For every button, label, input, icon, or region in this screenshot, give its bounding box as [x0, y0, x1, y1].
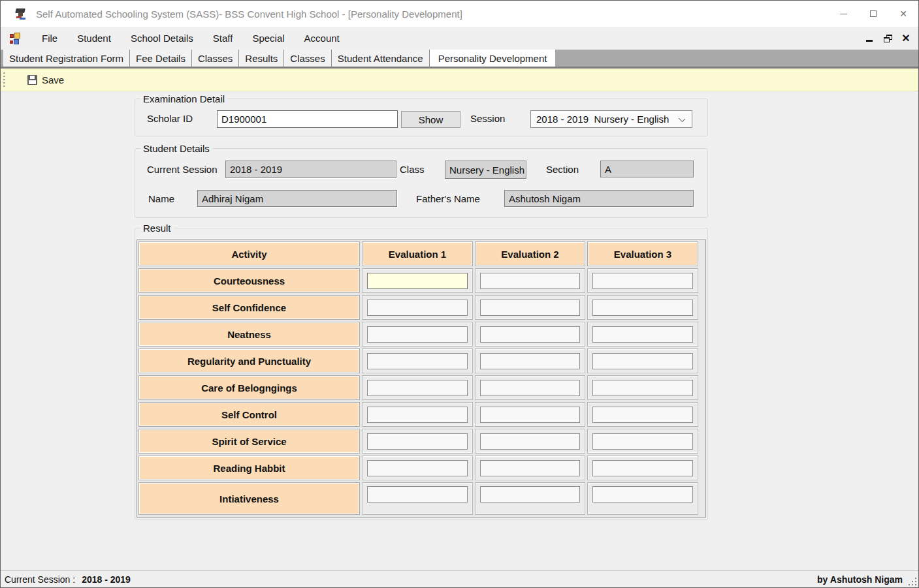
result-cell [362, 482, 473, 515]
father-name-label: Father's Name [416, 193, 480, 204]
result-cell [362, 402, 473, 427]
session-label: Session [470, 113, 505, 124]
name-label: Name [148, 193, 174, 204]
menu-items: FileStudentSchool DetailsStaffSpecialAcc… [32, 27, 349, 50]
save-button[interactable]: Save [24, 72, 68, 87]
result-cell [362, 348, 473, 373]
activity-cell-self-confidence: Self Confidence [138, 295, 360, 320]
result-cell [362, 456, 473, 480]
scholar-id-label: Scholar ID [147, 113, 193, 124]
evaluation-input-intiativeness-1[interactable] [367, 486, 468, 503]
result-header-evaluation-2: Evaluation 2 [475, 241, 585, 266]
result-cell [475, 322, 585, 347]
activity-cell-intiativeness: Intiativeness [138, 482, 360, 515]
result-cell [475, 456, 585, 480]
result-legend: Result [140, 223, 174, 234]
mdi-controls: ✕ [862, 27, 913, 50]
menu-item-staff[interactable]: Staff [203, 27, 243, 50]
session-dropdown[interactable]: 2018 - 2019 Nursery - English [530, 110, 692, 128]
result-cell [587, 402, 698, 427]
result-cell [362, 429, 473, 454]
tab-strip: Student Registration FormFee DetailsClas… [1, 50, 918, 69]
evaluation-input-care-of-belogngings-2[interactable] [480, 380, 580, 396]
section-field: A [600, 161, 694, 178]
show-button[interactable]: Show [401, 111, 460, 128]
menu-item-file[interactable]: File [32, 27, 67, 50]
evaluation-input-neatness-3[interactable] [592, 326, 693, 343]
menu-item-special[interactable]: Special [242, 27, 294, 50]
activity-cell-courteousness: Courteousness [138, 268, 360, 293]
evaluation-input-regularity-and-punctuality-2[interactable] [480, 353, 580, 369]
app-window: Self Automated Schooling System (SASS)- … [0, 0, 919, 588]
student-details-group: Student Details Current Session 2018 - 2… [135, 148, 708, 218]
evaluation-input-neatness-1[interactable] [367, 326, 468, 343]
evaluation-input-courteousness-1[interactable] [367, 273, 468, 289]
status-credit: by Ashutosh Nigam [817, 574, 903, 585]
evaluation-input-regularity-and-punctuality-3[interactable] [592, 353, 693, 369]
evaluation-input-intiativeness-2[interactable] [480, 486, 580, 503]
evaluation-input-self-control-3[interactable] [592, 407, 693, 423]
window-title: Self Automated Schooling System (SASS)- … [36, 8, 462, 20]
close-button[interactable]: ✕ [888, 1, 918, 27]
evaluation-input-intiativeness-3[interactable] [592, 486, 693, 503]
page-content: Examination Detail Scholar ID Show Sessi… [1, 91, 918, 570]
chevron-down-icon [679, 116, 685, 122]
tab-fee-details[interactable]: Fee Details [130, 50, 192, 67]
title-bar: Self Automated Schooling System (SASS)- … [1, 1, 918, 27]
save-button-label: Save [42, 74, 64, 85]
mdi-minimize-button[interactable] [862, 31, 877, 46]
evaluation-input-self-confidence-3[interactable] [592, 300, 693, 316]
tab-results[interactable]: Results [239, 50, 284, 67]
tab-classes[interactable]: Classes [192, 50, 239, 67]
maximize-button[interactable] [858, 1, 888, 27]
menu-item-school-details[interactable]: School Details [121, 27, 203, 50]
evaluation-input-courteousness-3[interactable] [592, 273, 693, 289]
father-name-field: Ashutosh Nigam [504, 190, 694, 207]
mdi-close-button[interactable]: ✕ [899, 31, 913, 46]
tab-student-registration-form[interactable]: Student Registration Form [3, 50, 130, 67]
tab-student-attendance[interactable]: Student Attendance [332, 50, 430, 67]
result-cell [475, 375, 585, 400]
evaluation-input-self-control-2[interactable] [480, 407, 580, 423]
result-cell [587, 456, 698, 480]
evaluation-input-courteousness-2[interactable] [480, 273, 580, 289]
evaluation-input-self-confidence-2[interactable] [480, 300, 580, 316]
evaluation-input-spirit-of-service-1[interactable] [367, 433, 468, 450]
activity-cell-spirit-of-service: Spirit of Service [138, 429, 360, 454]
evaluation-input-reading-habbit-3[interactable] [592, 460, 693, 476]
tab-classes-2[interactable]: Classes [284, 50, 331, 67]
app-icon [14, 7, 27, 20]
section-label: Section [546, 164, 579, 175]
result-table: ActivityEvaluation 1Evaluation 2Evaluati… [137, 240, 706, 518]
result-header-evaluation-1: Evaluation 1 [362, 241, 473, 266]
result-cell [475, 268, 585, 293]
result-cell [362, 375, 473, 400]
evaluation-input-reading-habbit-2[interactable] [480, 460, 580, 476]
evaluation-input-self-confidence-1[interactable] [367, 300, 468, 316]
mdi-restore-button[interactable] [880, 31, 895, 46]
evaluation-input-care-of-belogngings-3[interactable] [592, 380, 693, 396]
evaluation-input-neatness-2[interactable] [480, 326, 580, 343]
toolstrip-grip[interactable] [3, 72, 5, 87]
result-cell [587, 429, 698, 454]
evaluation-input-self-control-1[interactable] [367, 407, 468, 423]
evaluation-input-reading-habbit-1[interactable] [367, 460, 468, 476]
menu-item-account[interactable]: Account [295, 27, 349, 50]
name-field: Adhiraj Nigam [197, 190, 397, 207]
tab-personality-development[interactable]: Personality Development [430, 50, 556, 67]
evaluation-input-regularity-and-punctuality-1[interactable] [367, 353, 468, 369]
evaluation-input-spirit-of-service-2[interactable] [480, 433, 580, 450]
scholar-id-input[interactable] [217, 110, 398, 128]
status-bar: Current Session : 2018 - 2019 by Ashutos… [1, 570, 918, 587]
result-cell [362, 322, 473, 347]
activity-cell-self-control: Self Control [138, 402, 360, 427]
minimize-button[interactable] [828, 1, 858, 27]
result-cell [587, 268, 698, 293]
status-session-label: Current Session : [5, 574, 75, 585]
activity-cell-reading-habbit: Reading Habbit [138, 456, 360, 480]
resize-grip-icon[interactable] [909, 578, 916, 585]
evaluation-input-care-of-belogngings-1[interactable] [367, 380, 468, 396]
menu-item-student[interactable]: Student [67, 27, 121, 50]
save-icon [27, 75, 37, 85]
evaluation-input-spirit-of-service-3[interactable] [592, 433, 693, 450]
